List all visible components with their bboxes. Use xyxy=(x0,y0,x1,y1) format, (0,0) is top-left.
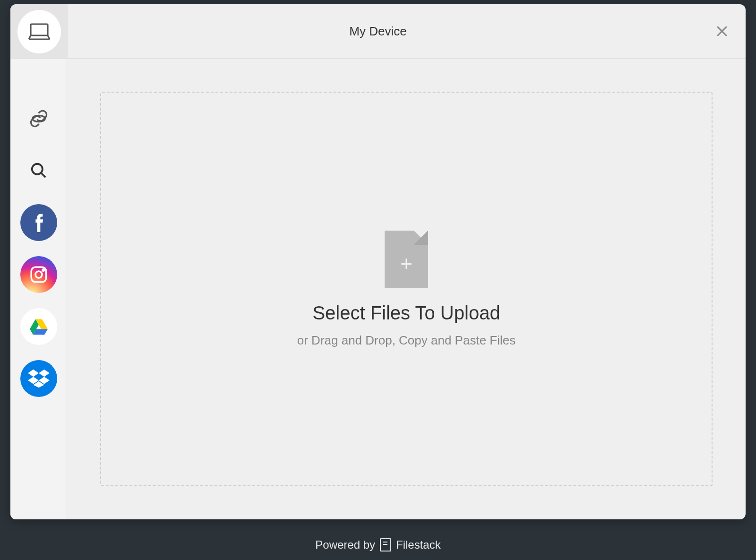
source-sidebar xyxy=(10,59,67,519)
googledrive-icon xyxy=(29,318,49,336)
search-icon xyxy=(30,162,48,180)
modal-header: My Device xyxy=(10,4,746,59)
svg-rect-0 xyxy=(31,24,48,35)
modal-title: My Device xyxy=(349,24,406,39)
dropbox-icon xyxy=(28,369,50,388)
link-icon xyxy=(29,109,48,128)
sidebar-item-facebook[interactable] xyxy=(20,204,57,241)
modal-body: + Select Files To Upload or Drag and Dro… xyxy=(10,59,746,519)
dropzone-title: Select Files To Upload xyxy=(312,302,500,324)
filestack-icon xyxy=(380,538,391,551)
footer: Powered by Filestack xyxy=(0,538,756,551)
close-icon xyxy=(715,24,729,38)
instagram-icon xyxy=(29,265,49,284)
close-button[interactable] xyxy=(713,22,731,41)
dropzone-subtitle: or Drag and Drop, Copy and Paste Files xyxy=(297,333,515,348)
sidebar-item-search[interactable] xyxy=(20,152,57,189)
sidebar-item-instagram[interactable] xyxy=(20,256,57,293)
sidebar-item-googledrive[interactable] xyxy=(20,308,57,345)
device-icon xyxy=(28,22,51,41)
svg-point-4 xyxy=(35,271,42,278)
file-plus-icon: + xyxy=(385,231,428,288)
file-picker-modal: My Device xyxy=(10,4,746,519)
facebook-icon xyxy=(34,213,44,232)
footer-prefix: Powered by xyxy=(315,538,375,551)
sidebar-item-device[interactable] xyxy=(17,10,61,53)
svg-point-5 xyxy=(42,269,44,271)
sidebar-item-link[interactable] xyxy=(20,100,57,137)
sidebar-item-dropbox[interactable] xyxy=(20,360,57,397)
drop-zone[interactable]: + Select Files To Upload or Drag and Dro… xyxy=(100,92,713,486)
footer-brand: Filestack xyxy=(396,538,441,551)
main-area: + Select Files To Upload or Drag and Dro… xyxy=(67,59,746,519)
svg-point-2 xyxy=(32,164,42,174)
